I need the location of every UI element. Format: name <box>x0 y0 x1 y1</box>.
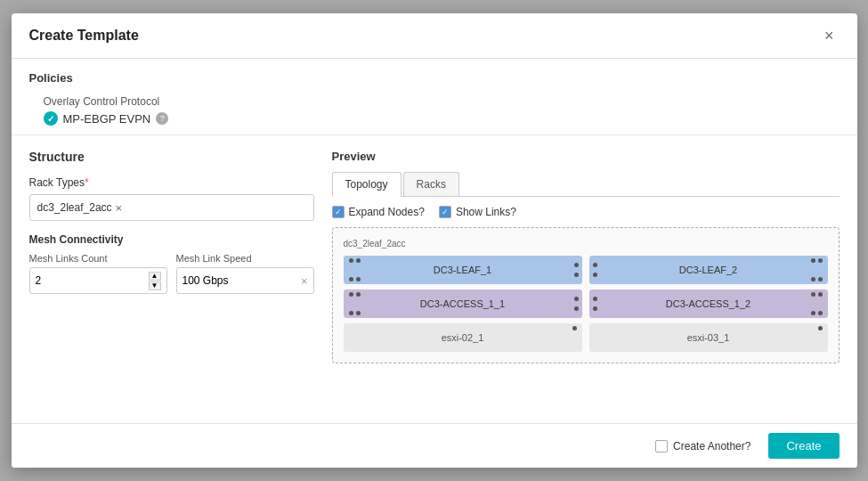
spinner-down-button[interactable]: ▼ <box>149 281 161 290</box>
preview-label: Preview <box>332 150 840 163</box>
node-dc3-access-1-1: DC3-ACCESS_1_1 <box>344 289 582 318</box>
spinners: ▲ ▼ <box>149 272 161 290</box>
dot <box>574 306 579 311</box>
check-circle-icon <box>44 111 58 126</box>
leaf-1-label: DC3-LEAF_1 <box>434 265 491 275</box>
expand-nodes-label: Expand Nodes? <box>349 206 425 218</box>
dot <box>574 297 579 301</box>
modal-footer: Create Another? Create <box>12 423 857 468</box>
dot <box>593 306 597 311</box>
policies-section: Policies Overlay Control Protocol MP-EBG… <box>12 59 857 135</box>
node-dc3-access-1-2: DC3-ACCESS_1_2 <box>589 289 828 318</box>
create-another-checkbox[interactable] <box>655 440 668 452</box>
modal: Create Template × Policies Overlay Contr… <box>12 13 857 468</box>
mesh-link-speed-field: Mesh Link Speed 100 Gbps × <box>176 253 314 294</box>
dot <box>818 292 823 297</box>
rack-types-label: Rack Types* <box>29 176 314 189</box>
dot <box>572 326 577 330</box>
show-links-checkbox[interactable] <box>439 206 451 218</box>
dot <box>349 277 353 281</box>
show-links-checkbox-item: Show Links? <box>439 206 516 218</box>
esxi-2-label: esxi-03_1 <box>687 332 730 343</box>
dot <box>349 292 353 297</box>
rack-types-input[interactable]: dc3_2leaf_2acc × <box>29 194 314 221</box>
dot <box>593 263 597 267</box>
rack-diagram-label: dc3_2leaf_2acc <box>344 239 828 249</box>
node-dc3-leaf-2: DC3-LEAF_2 <box>589 256 828 284</box>
checkbox-row: Expand Nodes? Show Links? <box>332 206 840 218</box>
esxi-row: esxi-02_1 esxi-03_1 <box>344 323 828 352</box>
node-esxi-02-1: esxi-02_1 <box>344 323 582 352</box>
dot <box>811 258 815 263</box>
tab-racks[interactable]: Racks <box>403 172 459 196</box>
access-1-2-label: DC3-ACCESS_1_2 <box>666 298 750 309</box>
dot <box>593 273 597 277</box>
modal-header: Create Template × <box>12 13 857 59</box>
dot <box>818 277 823 281</box>
create-another-label: Create Another? <box>673 440 750 452</box>
expand-nodes-checkbox[interactable] <box>332 206 345 218</box>
mesh-links-count-field: Mesh Links Count 2 ▲ ▼ <box>29 253 167 294</box>
diagram-rows: DC3-LEAF_1 DC3- <box>344 256 828 352</box>
right-panel: Preview Topology Racks Expand Nodes? Sho… <box>332 150 840 363</box>
policy-value: MP-EBGP EVPN ? <box>44 111 840 126</box>
dot <box>811 277 815 281</box>
create-another-row: Create Another? <box>655 440 750 452</box>
mesh-link-speed-value: 100 Gbps <box>183 274 229 287</box>
mesh-links-count-value: 2 <box>36 274 42 287</box>
create-button[interactable]: Create <box>768 433 839 459</box>
esxi-1-label: esxi-02_1 <box>442 332 484 343</box>
dot <box>349 311 353 315</box>
rack-type-tag: dc3_2leaf_2acc × <box>37 201 123 215</box>
leaf-2-label: DC3-LEAF_2 <box>679 265 737 275</box>
dot <box>811 292 815 297</box>
protocol-value: MP-EBGP EVPN <box>63 112 151 126</box>
dot <box>811 311 815 315</box>
access-1-1-label: DC3-ACCESS_1_1 <box>420 298 505 309</box>
policies-title: Policies <box>29 71 840 85</box>
expand-nodes-checkbox-item: Expand Nodes? <box>332 206 425 218</box>
mesh-link-speed-select[interactable]: 100 Gbps × <box>176 267 314 294</box>
access-row: DC3-ACCESS_1_1 DC3-ACCESS_1_2 <box>344 289 828 318</box>
rack-type-value: dc3_2leaf_2acc <box>37 201 112 214</box>
tab-bar: Topology Racks <box>332 172 840 197</box>
dot <box>818 326 823 330</box>
close-button[interactable]: × <box>819 26 840 45</box>
mesh-links-count-input[interactable]: 2 ▲ ▼ <box>29 267 167 294</box>
dot <box>356 258 361 263</box>
node-esxi-03-1: esxi-03_1 <box>589 323 828 352</box>
dot <box>818 311 823 315</box>
overlay-label: Overlay Control Protocol <box>44 95 840 108</box>
spinner-up-button[interactable]: ▲ <box>149 272 161 281</box>
mesh-fields: Mesh Links Count 2 ▲ ▼ M <box>29 253 314 294</box>
dot <box>574 263 579 267</box>
dot <box>593 297 597 301</box>
dot <box>349 258 353 263</box>
node-dc3-leaf-1: DC3-LEAF_1 <box>344 256 582 284</box>
left-panel: Structure Rack Types* dc3_2leaf_2acc × M… <box>29 150 314 363</box>
mesh-section: Mesh Connectivity Mesh Links Count 2 ▲ ▼ <box>29 233 314 294</box>
tab-topology[interactable]: Topology <box>332 172 402 197</box>
tag-remove-button[interactable]: × <box>116 201 123 215</box>
clear-speed-icon[interactable]: × <box>301 274 308 288</box>
dot <box>356 311 361 315</box>
dot <box>818 258 823 263</box>
structure-title: Structure <box>29 150 314 164</box>
mesh-links-count-label: Mesh Links Count <box>29 253 167 264</box>
dot <box>574 273 579 277</box>
modal-body: Policies Overlay Control Protocol MP-EBG… <box>12 59 857 423</box>
help-icon[interactable]: ? <box>156 112 168 125</box>
dot <box>356 292 361 297</box>
policy-row: Overlay Control Protocol MP-EBGP EVPN ? <box>44 95 840 126</box>
dot <box>356 277 361 281</box>
leaf-row: DC3-LEAF_1 DC3- <box>344 256 828 284</box>
modal-title: Create Template <box>29 28 139 44</box>
mesh-link-speed-label: Mesh Link Speed <box>176 253 314 264</box>
modal-overlay: Create Template × Policies Overlay Contr… <box>0 0 868 481</box>
show-links-label: Show Links? <box>456 206 516 218</box>
structure-section: Structure Rack Types* dc3_2leaf_2acc × M… <box>12 135 857 378</box>
mesh-connectivity-label: Mesh Connectivity <box>29 233 314 246</box>
topology-diagram: dc3_2leaf_2acc DC3-LEAF_1 <box>332 227 840 363</box>
